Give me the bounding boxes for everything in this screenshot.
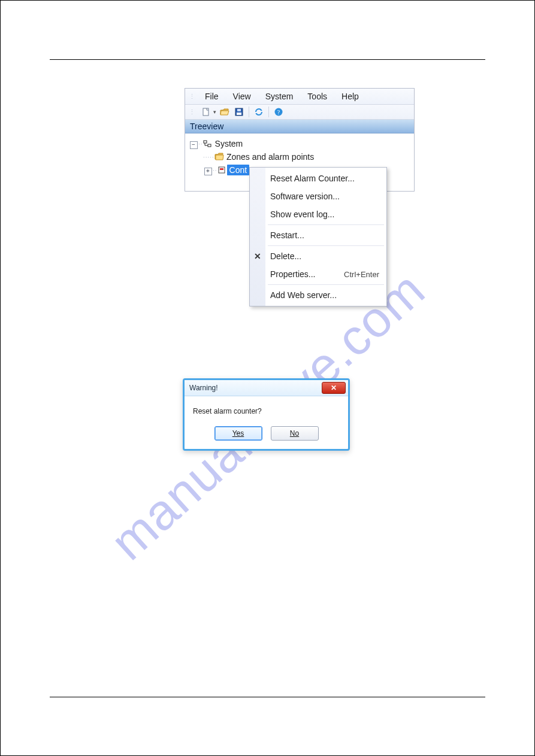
menu-system[interactable]: System xyxy=(258,90,301,103)
ctx-item-label: Restart... xyxy=(270,230,304,240)
page-rule-top xyxy=(50,59,485,60)
zones-label: Zones and alarm points xyxy=(224,152,314,162)
yes-button[interactable]: Yes xyxy=(214,426,262,441)
page-rule-bottom xyxy=(50,697,485,697)
menu-view[interactable]: View xyxy=(226,90,258,103)
ctx-restart[interactable]: Restart... xyxy=(250,226,386,244)
svg-rect-0 xyxy=(203,108,208,116)
tree-connector: ·· xyxy=(198,141,203,147)
ctx-reset-alarm-counter[interactable]: Reset Alarm Counter... xyxy=(250,169,386,187)
toolbar-separator-2 xyxy=(268,107,269,117)
system-icon xyxy=(203,139,213,148)
ctx-separator xyxy=(268,284,384,285)
controller-label: Cont xyxy=(227,165,250,175)
ctx-item-label: Add Web server... xyxy=(270,290,337,300)
close-icon[interactable]: ✕ xyxy=(322,382,346,394)
help-icon[interactable]: ? xyxy=(273,106,285,118)
dialog-buttons: Yes No xyxy=(185,420,348,449)
menu-file[interactable]: File xyxy=(198,90,226,103)
no-button-label: No xyxy=(290,429,299,438)
svg-rect-7 xyxy=(208,144,211,147)
ctx-item-label: Show event log... xyxy=(270,210,334,219)
new-file-icon[interactable] xyxy=(200,106,212,118)
collapse-icon[interactable]: − xyxy=(190,141,198,149)
svg-rect-9 xyxy=(220,168,223,170)
svg-rect-6 xyxy=(204,141,207,143)
dialog-message: Reset alarm counter? xyxy=(185,396,348,420)
sync-icon[interactable] xyxy=(253,106,265,118)
tree-row-zones[interactable]: ····· Zones and alarm points xyxy=(185,150,414,163)
ctx-show-event-log[interactable]: Show event log... xyxy=(250,205,386,223)
menu-help[interactable]: Help xyxy=(334,90,366,103)
tree-connector: ·· xyxy=(213,167,217,174)
tree-connector: ····· xyxy=(203,154,214,160)
delete-icon: ✕ xyxy=(253,251,262,261)
ctx-item-label: Software version... xyxy=(270,192,340,201)
save-icon[interactable] xyxy=(233,106,245,118)
expand-icon[interactable]: + xyxy=(204,168,212,175)
ctx-item-label: Properties... xyxy=(270,269,315,279)
menubar: ⋮ File View System Tools Help xyxy=(185,89,414,105)
system-label: System xyxy=(213,139,243,148)
controller-icon xyxy=(217,166,227,174)
ctx-properties[interactable]: Properties... Ctrl+Enter xyxy=(250,265,386,283)
ctx-separator xyxy=(268,224,384,225)
svg-rect-2 xyxy=(237,113,241,115)
ctx-item-label: Reset Alarm Counter... xyxy=(270,174,355,183)
treeview-panel-header: Treeview xyxy=(185,120,414,133)
warning-dialog: Warning! ✕ Reset alarm counter? Yes No xyxy=(183,378,350,451)
ctx-shortcut: Ctrl+Enter xyxy=(344,270,379,279)
menu-tools[interactable]: Tools xyxy=(300,90,334,103)
context-menu: Reset Alarm Counter... Software version.… xyxy=(249,167,387,306)
yes-button-label: Yes xyxy=(232,429,244,438)
toolbar-grip-icon: ⋮ xyxy=(189,110,195,114)
new-file-dropdown-icon[interactable]: ▾ xyxy=(213,109,216,115)
ctx-item-label: Delete... xyxy=(270,251,301,261)
open-folder-icon[interactable] xyxy=(219,106,231,118)
svg-rect-3 xyxy=(237,109,241,111)
no-button[interactable]: No xyxy=(271,426,319,441)
tree-row-system[interactable]: − ·· System xyxy=(185,137,414,150)
folder-icon xyxy=(214,153,224,161)
ctx-delete[interactable]: ✕ Delete... xyxy=(250,247,386,265)
svg-text:?: ? xyxy=(277,109,280,116)
ctx-separator xyxy=(268,245,384,246)
toolbar-separator xyxy=(249,107,249,117)
ctx-software-version[interactable]: Software version... xyxy=(250,187,386,205)
dialog-titlebar: Warning! ✕ xyxy=(185,380,348,396)
toolbar: ⋮ ▾ ? xyxy=(185,105,414,120)
ctx-add-web-server[interactable]: Add Web server... xyxy=(250,286,386,304)
dialog-title: Warning! xyxy=(189,384,218,392)
menubar-grip-icon: ⋮ xyxy=(189,94,195,99)
